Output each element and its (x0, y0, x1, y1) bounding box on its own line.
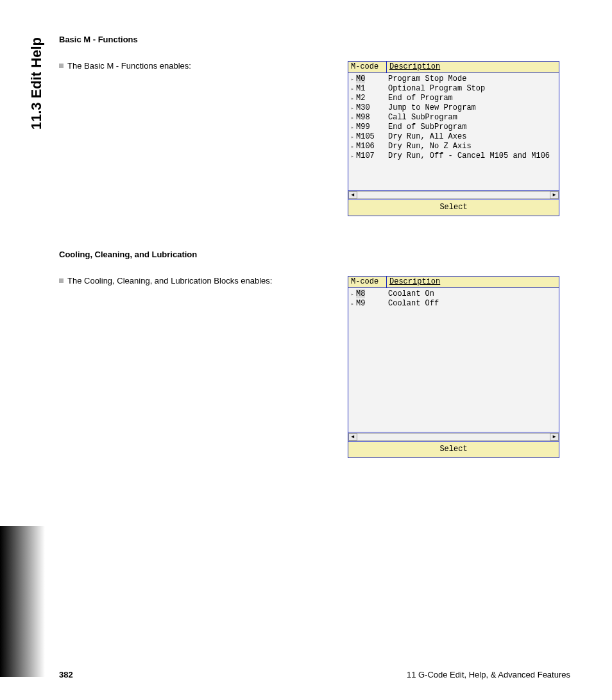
dialog1-header-code: M-code (348, 62, 387, 73)
section1-text: The Basic M - Functions enables: (59, 61, 348, 83)
section1-dialog-wrap: M-code Description ▸M0Program Stop Mode … (348, 61, 559, 216)
caret-icon: ▸ (351, 299, 356, 309)
dialog2-header-code: M-code (348, 277, 387, 287)
caret-icon: ▸ (351, 132, 356, 142)
section2-line: The Cooling, Cleaning, and Lubrication B… (59, 276, 335, 286)
table-row[interactable]: ▸M1Optional Program Stop (348, 84, 559, 94)
bullet-icon (59, 64, 64, 68)
dialog2-scrollbar[interactable]: ◄ ► (348, 432, 559, 441)
chapter-title: 11 G-Code Edit, Help, & Advanced Feature… (407, 670, 570, 679)
table-row[interactable]: ▸M30Jump to New Program (348, 103, 559, 113)
section2-row: The Cooling, Cleaning, and Lubrication B… (59, 276, 574, 458)
mcode-dialog-2: M-code Description ▸M8Coolant On ▸M9Cool… (348, 276, 559, 458)
scroll-track[interactable] (357, 433, 550, 441)
page-number: 382 (59, 670, 73, 679)
dialog1-select-button[interactable]: Select (348, 200, 559, 216)
table-row[interactable]: ▸M106Dry Run, No Z Axis (348, 142, 559, 151)
page: 11.3 Edit Help Basic M - Functions The B… (0, 0, 612, 700)
caret-icon: ▸ (351, 151, 356, 161)
dialog1-scrollbar[interactable]: ◄ ► (348, 190, 559, 200)
table-row[interactable]: ▸M107Dry Run, Off - Cancel M105 and M106 (348, 151, 559, 161)
section2-text: The Cooling, Cleaning, and Lubrication B… (59, 276, 348, 298)
caret-icon: ▸ (351, 289, 356, 299)
caret-icon: ▸ (351, 103, 356, 113)
dialog1-header-desc: Description (387, 62, 559, 73)
section1-line: The Basic M - Functions enables: (59, 61, 335, 71)
section1-row: The Basic M - Functions enables: M-code … (59, 61, 574, 216)
table-row[interactable]: ▸M2End of Program (348, 94, 559, 103)
caret-icon: ▸ (351, 113, 356, 123)
section2-dialog-wrap: M-code Description ▸M8Coolant On ▸M9Cool… (348, 276, 559, 458)
side-gradient (0, 526, 45, 677)
table-row[interactable]: ▸M98Call SubProgram (348, 113, 559, 123)
caret-icon: ▸ (351, 74, 356, 84)
section1-heading: Basic M - Functions (59, 35, 574, 44)
table-row[interactable]: ▸M9Coolant Off (348, 299, 559, 309)
dialog1-header: M-code Description (348, 62, 559, 73)
caret-icon: ▸ (351, 84, 356, 94)
caret-icon: ▸ (351, 123, 356, 132)
scroll-left-icon[interactable]: ◄ (348, 433, 357, 441)
scroll-left-icon[interactable]: ◄ (348, 191, 357, 199)
bullet-icon (59, 278, 64, 283)
caret-icon: ▸ (351, 94, 356, 103)
dialog2-body[interactable]: ▸M8Coolant On ▸M9Coolant Off (348, 288, 559, 432)
dialog2-select-button[interactable]: Select (348, 441, 559, 457)
content-area: Basic M - Functions The Basic M - Functi… (59, 35, 574, 668)
scroll-track[interactable] (357, 191, 550, 199)
caret-icon: ▸ (351, 142, 356, 151)
table-row[interactable]: ▸M0Program Stop Mode (348, 74, 559, 84)
dialog1-body[interactable]: ▸M0Program Stop Mode ▸M1Optional Program… (348, 73, 559, 190)
mcode-dialog-1: M-code Description ▸M0Program Stop Mode … (348, 61, 559, 216)
page-footer: 382 11 G-Code Edit, Help, & Advanced Fea… (59, 670, 570, 679)
section2-heading: Cooling, Cleaning, and Lubrication (59, 250, 574, 259)
scroll-right-icon[interactable]: ► (550, 191, 559, 199)
vertical-section-tab: 11.3 Edit Help (28, 0, 45, 37)
table-row[interactable]: ▸M8Coolant On (348, 289, 559, 299)
table-row[interactable]: ▸M99End of SubProgram (348, 123, 559, 132)
dialog2-header: M-code Description (348, 277, 559, 288)
scroll-right-icon[interactable]: ► (550, 433, 559, 441)
dialog2-header-desc: Description (387, 277, 559, 287)
table-row[interactable]: ▸M105Dry Run, All Axes (348, 132, 559, 142)
